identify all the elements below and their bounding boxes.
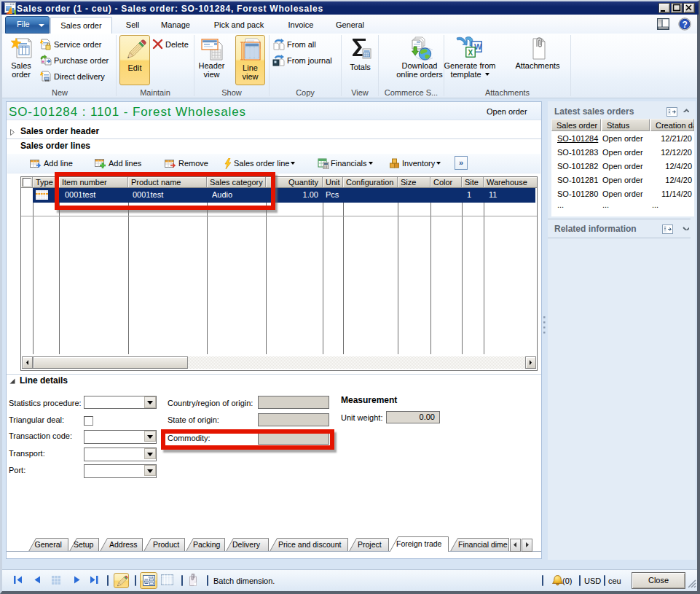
svg-text:General: General <box>35 540 62 549</box>
svg-text:X: X <box>468 49 473 57</box>
svg-text:Address: Address <box>109 540 138 549</box>
svg-text:Packing: Packing <box>193 540 221 549</box>
svg-text:Setup: Setup <box>74 540 94 549</box>
svg-text:?: ? <box>683 20 688 30</box>
svg-text:Foreign trade: Foreign trade <box>396 539 442 548</box>
svg-text:Product: Product <box>153 540 179 549</box>
svg-text:Price and discount: Price and discount <box>278 540 341 549</box>
svg-text:Delivery: Delivery <box>232 540 261 549</box>
svg-text:Project: Project <box>358 540 382 549</box>
svg-text:Financial dime: Financial dime <box>458 540 508 549</box>
